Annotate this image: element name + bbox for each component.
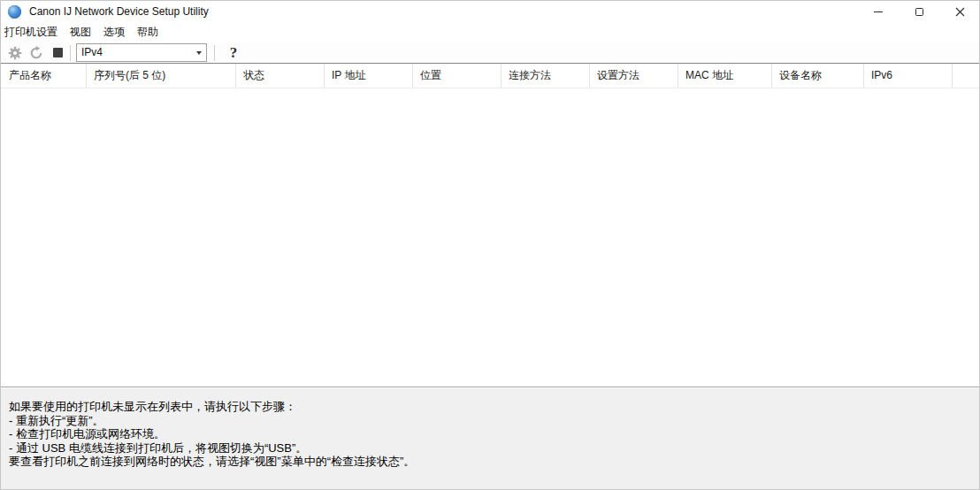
column-header-device-name[interactable]: 设备名称 [772,64,864,88]
view-filter-arrow-button[interactable] [191,44,206,61]
printer-settings-button[interactable] [8,45,22,61]
menu-help[interactable]: 帮助 [131,23,165,42]
column-header-mac-address[interactable]: MAC 地址 [678,64,772,88]
menu-view[interactable]: 视图 [64,23,97,42]
column-header-ip-address[interactable]: IP 地址 [325,64,413,88]
column-header-location[interactable]: 位置 [413,64,501,88]
toolbar: IPv4 ? [0,42,980,64]
minimize-button[interactable] [858,0,899,23]
footer-line: - 检查打印机电源或网络环境。 [9,427,971,441]
column-header-status[interactable]: 状态 [236,64,325,88]
column-header-setup-method[interactable]: 设置方法 [590,64,678,88]
close-icon [955,7,965,17]
maximize-button[interactable] [899,0,939,23]
toolbar-separator [70,45,71,61]
view-filter-value: IPv4 [77,44,191,61]
menu-bar: 打印机设置 视图 选项 帮助 [0,23,980,42]
toolbar-separator [214,45,215,61]
chevron-down-icon [196,51,202,55]
maximize-icon [915,8,923,16]
footer-instructions: 如果要使用的打印机未显示在列表中，请执行以下步骤： - 重新执行“更新”。 - … [0,387,980,490]
menu-options[interactable]: 选项 [97,23,131,42]
column-header-connection-method[interactable]: 连接方法 [501,64,590,88]
footer-line: - 重新执行“更新”。 [9,414,971,428]
column-header-serial-number[interactable]: 序列号(后 5 位) [87,64,236,88]
stop-button[interactable] [50,45,65,61]
close-button[interactable] [939,0,980,23]
view-filter-select[interactable]: IPv4 [76,43,207,62]
footer-line: 如果要使用的打印机未显示在列表中，请执行以下步骤： [9,400,971,414]
titlebar: Canon IJ Network Device Setup Utility [0,0,980,23]
refresh-icon [29,46,43,60]
help-button[interactable]: ? [224,44,243,62]
column-header-ipv6[interactable]: IPv6 [864,64,953,88]
footer-line: - 通过 USB 电缆线连接到打印机后，将视图切换为“USB”。 [9,441,971,456]
printer-list-header: 产品名称 序列号(后 5 位) 状态 IP 地址 位置 连接方法 设置方法 MA… [0,64,980,88]
app-icon [8,5,21,19]
minimize-icon [874,11,883,12]
app-window: Canon IJ Network Device Setup Utility 打印… [0,0,980,490]
gear-icon [8,46,22,60]
window-title: Canon IJ Network Device Setup Utility [29,5,209,18]
column-header-filler [953,64,980,88]
stop-icon [53,48,63,57]
refresh-button[interactable] [29,45,43,61]
column-header-product-name[interactable]: 产品名称 [0,64,87,88]
printer-list [0,88,980,387]
menu-printer-settings[interactable]: 打印机设置 [0,23,64,42]
footer-line: 要查看打印机之前连接到网络时的状态，请选择“视图”菜单中的“检查连接状态”。 [9,455,971,469]
